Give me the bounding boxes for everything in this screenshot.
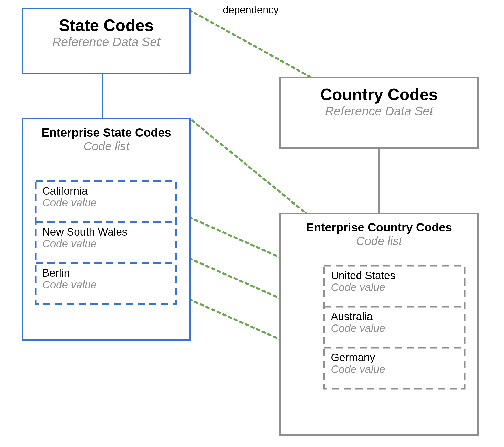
- code-value-sub: Code value: [331, 281, 458, 293]
- enterprise-country-codelist-box: Enterprise Country Codes Code list Unite…: [279, 213, 479, 436]
- code-value-sub: Code value: [42, 238, 169, 250]
- country-codes-title: Country Codes: [281, 86, 477, 104]
- code-value-sub: Code value: [42, 197, 169, 209]
- diagram-canvas: dependency State Codes Reference Data Se…: [0, 0, 504, 447]
- country-codes-subtitle: Reference Data Set: [281, 105, 477, 118]
- code-value-name: Australia: [331, 311, 458, 322]
- code-value-sub: Code value: [331, 363, 458, 375]
- code-value-name: United States: [331, 270, 458, 281]
- code-value-name: Berlin: [42, 267, 169, 279]
- code-value-name: Germany: [331, 352, 458, 363]
- code-value-sub: Code value: [42, 279, 169, 291]
- enterprise-state-codelist-box: Enterprise State Codes Code list Califor…: [22, 118, 191, 341]
- state-codes-title: State Codes: [23, 16, 189, 34]
- state-codes-ref-box: State Codes Reference Data Set: [22, 8, 191, 74]
- code-value-item: Australia Code value: [324, 307, 465, 348]
- code-value-name: California: [42, 185, 169, 197]
- code-value-item: Berlin Code value: [36, 263, 176, 304]
- code-value-item: New South Wales Code value: [36, 222, 176, 263]
- code-value-item: Germany Code value: [324, 348, 465, 389]
- code-value-item: California Code value: [36, 181, 176, 222]
- code-value-name: New South Wales: [42, 226, 169, 238]
- country-codes-ref-box: Country Codes Reference Data Set: [279, 77, 479, 149]
- code-value-sub: Code value: [331, 322, 458, 334]
- state-codes-subtitle: Reference Data Set: [23, 35, 189, 49]
- svg-line-2: [190, 10, 310, 77]
- dependency-label: dependency: [223, 4, 279, 16]
- code-value-item: United States Code value: [324, 266, 465, 307]
